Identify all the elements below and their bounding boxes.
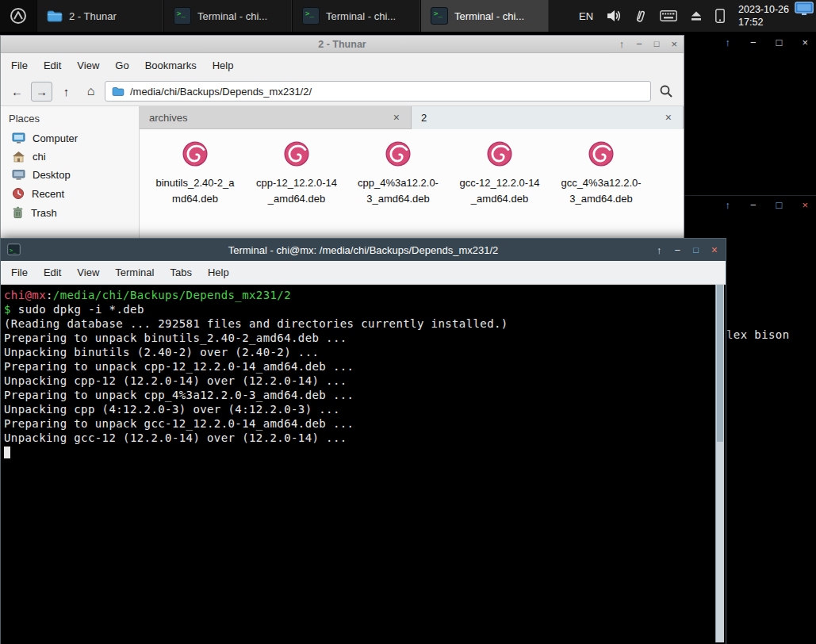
maximize-icon[interactable]: □ [776, 199, 783, 211]
sidebar-item-computer[interactable]: Computer [1, 129, 139, 148]
app-menu-button[interactable] [0, 0, 36, 32]
tab-label: archives [149, 112, 392, 124]
menu-view[interactable]: View [70, 263, 106, 282]
menu-edit[interactable]: Edit [36, 56, 68, 75]
background-terminal-text: lex bison [726, 328, 789, 341]
file-view[interactable]: binutils_2.40-2_a md64.deb cpp-12_12.2.0… [140, 129, 684, 239]
sidebar-item-desktop[interactable]: Desktop [1, 166, 139, 184]
file-item-gcc-12[interactable]: gcc-12_12.2.0-14 _amd64.deb [449, 137, 550, 207]
window-title: 2 - Thunar [318, 39, 366, 50]
terminal-output-line: Preparing to unpack binutils_2.40-2_amd6… [4, 331, 712, 345]
menu-view[interactable]: View [70, 56, 106, 75]
window-controls: ↑−□× [619, 36, 677, 52]
keyboard-layout-indicator[interactable]: EN [579, 10, 593, 22]
background-window-edge [678, 195, 816, 196]
tab-bar: archives × 2 × [140, 106, 684, 129]
taskbar-item-terminal-1[interactable]: >_ Terminal - chi... [163, 0, 292, 32]
sidebar-item-label: Computer [33, 132, 78, 144]
taskbar-item-label: Terminal - chi... [326, 10, 396, 22]
scrollbar-thumb[interactable] [717, 285, 723, 442]
file-name: _amd64.deb [471, 191, 528, 207]
file-item-gcc[interactable]: gcc_4%3a12.2.0- 3_amd64.deb [550, 137, 652, 207]
close-icon[interactable]: × [711, 244, 718, 255]
prompt-user-host: chi@mx [4, 289, 46, 301]
forward-button[interactable]: → [31, 82, 52, 102]
terminal-output-line: Unpacking cpp (4:12.2.0-3) over (4:12.2.… [4, 402, 712, 416]
window-controls: ↑−□× [657, 239, 718, 261]
minimize-icon[interactable]: − [675, 245, 681, 255]
file-name: gcc-12_12.2.0-14 [459, 175, 539, 191]
distro-logo-icon [8, 6, 29, 26]
volume-icon[interactable] [607, 10, 622, 22]
desktop-icon [12, 169, 25, 181]
terminal-output-area[interactable]: chi@mx:/media/chi/Backups/Depends_mx231/… [2, 285, 725, 644]
search-icon [659, 84, 673, 98]
background-window-controls: ↑−□× [725, 199, 808, 211]
desktop: ↑−□× ↑−□× lex bison 2 - Thunar >_ Termin… [0, 0, 816, 644]
menu-edit[interactable]: Edit [36, 263, 68, 282]
tab-2[interactable]: 2 × [412, 106, 684, 129]
home-button[interactable]: ⌂ [80, 82, 102, 102]
tablet-icon[interactable] [715, 9, 725, 23]
eject-icon[interactable] [691, 11, 702, 21]
tab-close-icon[interactable]: × [392, 111, 401, 124]
sidebar-item-recent[interactable]: Recent [1, 184, 139, 203]
menu-go[interactable]: Go [108, 56, 136, 75]
search-button[interactable] [654, 81, 678, 102]
sidebar-item-home[interactable]: chi [1, 148, 139, 166]
rollup-icon[interactable]: ↑ [657, 245, 662, 255]
keyboard-icon[interactable] [660, 10, 677, 21]
menu-help[interactable]: Help [201, 263, 236, 282]
terminal-titlebar[interactable]: >_ Terminal - chi@mx: /media/chi/Backups… [1, 239, 726, 261]
up-button[interactable]: ↑ [56, 82, 77, 102]
clipboard-manager-icon[interactable] [634, 7, 649, 24]
menu-file[interactable]: File [4, 56, 35, 75]
close-icon[interactable]: × [802, 36, 808, 48]
deb-package-icon [178, 137, 212, 171]
terminal-output-line: Unpacking cpp-12 (12.2.0-14) over (12.2.… [4, 374, 712, 388]
menu-terminal[interactable]: Terminal [108, 263, 161, 282]
close-icon[interactable]: × [802, 199, 808, 211]
location-bar[interactable]: /media/chi/Backups/Depends_mx231/2/ [105, 81, 651, 102]
thunar-titlebar[interactable]: 2 - Thunar ↑−□× [1, 36, 684, 53]
file-name: cpp_4%3a12.2.0- [358, 175, 439, 191]
sidebar-item-label: Recent [32, 188, 64, 200]
thunar-toolbar: ← → ↑ ⌂ /media/chi/Backups/Depends_mx231… [1, 77, 684, 106]
menu-bookmarks[interactable]: Bookmarks [138, 56, 204, 75]
prompt-symbol: $ [4, 303, 11, 316]
terminal-scrollbar[interactable] [715, 285, 724, 642]
taskbar-item-thunar[interactable]: 2 - Thunar [36, 0, 163, 32]
tab-archives[interactable]: archives × [140, 106, 412, 129]
taskbar-item-terminal-3[interactable]: >_ Terminal - chi... [420, 0, 549, 32]
location-path[interactable]: /media/chi/Backups/Depends_mx231/2/ [130, 86, 312, 98]
sidebar-item-trash[interactable]: Trash [1, 203, 139, 222]
rollup-icon[interactable]: ↑ [619, 39, 625, 49]
rollup-icon[interactable]: ↑ [725, 199, 730, 211]
close-icon[interactable]: × [671, 39, 677, 49]
tab-close-icon[interactable]: × [664, 111, 673, 124]
clock[interactable]: 2023-10-26 17:52 [738, 3, 789, 29]
file-item-cpp[interactable]: cpp_4%3a12.2.0- 3_amd64.deb [347, 137, 449, 207]
taskbar-item-label: 2 - Thunar [69, 10, 117, 22]
file-item-binutils[interactable]: binutils_2.40-2_a md64.deb [144, 137, 246, 207]
svg-text:>_: >_ [10, 247, 17, 254]
maximize-icon[interactable]: □ [654, 40, 660, 48]
menu-help[interactable]: Help [205, 56, 241, 75]
file-item-cpp-12[interactable]: cpp-12_12.2.0-14 _amd64.deb [246, 137, 347, 207]
file-name: 3_amd64.deb [366, 191, 430, 207]
maximize-icon[interactable]: □ [776, 36, 783, 48]
rollup-icon[interactable]: ↑ [725, 36, 730, 48]
minimize-icon[interactable]: − [636, 39, 642, 49]
menu-tabs[interactable]: Tabs [163, 263, 198, 282]
maximize-icon[interactable]: □ [693, 246, 699, 255]
terminal-icon: >_ [7, 243, 21, 259]
display-settings-icon[interactable] [795, 2, 814, 19]
minimize-icon[interactable]: − [750, 199, 757, 211]
back-button[interactable]: ← [6, 82, 28, 102]
menu-file[interactable]: File [4, 263, 35, 282]
thunar-menubar: File Edit View Go Bookmarks Help [1, 53, 684, 77]
terminal-output-line: Unpacking gcc-12 (12.2.0-14) over (12.2.… [4, 431, 712, 445]
taskbar-item-terminal-2[interactable]: >_ Terminal - chi... [292, 0, 420, 32]
file-name: cpp-12_12.2.0-14 [256, 175, 337, 191]
minimize-icon[interactable]: − [750, 36, 757, 48]
